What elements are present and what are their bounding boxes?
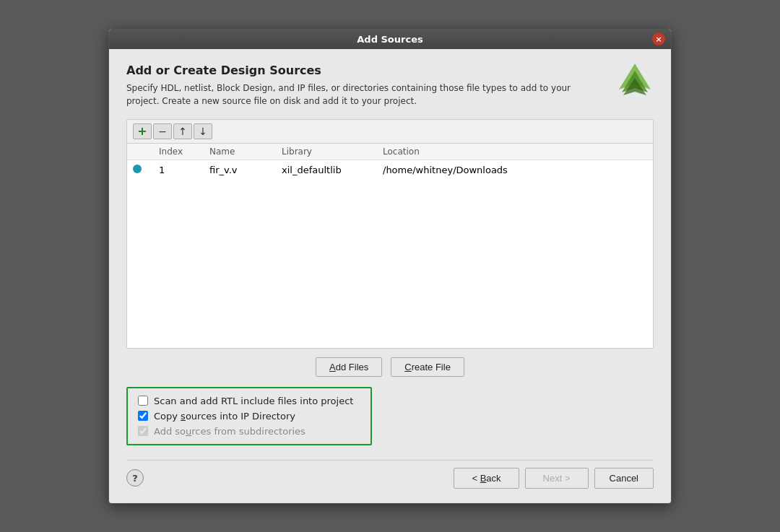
next-button[interactable]: Next > [525, 468, 589, 489]
table-row[interactable]: 1 fir_v.v xil_defaultlib /home/whitney/D… [127, 160, 653, 180]
row-status-dot [133, 165, 159, 175]
col-header-index: Index [159, 147, 209, 157]
col-header-status [133, 147, 159, 157]
remove-file-button[interactable]: − [153, 123, 172, 139]
file-table-container: + − ↑ ↓ Index Name Library Location 1 fi… [126, 119, 654, 349]
section-description: Specify HDL, netlist, Block Design, and … [126, 82, 604, 108]
row-location: /home/whitney/Downloads [383, 165, 647, 175]
cancel-button[interactable]: Cancel [594, 468, 654, 489]
dialog-title: Add Sources [357, 34, 422, 45]
add-files-label: Add Files [329, 362, 368, 372]
back-label: < Back [472, 473, 500, 484]
col-header-name: Name [209, 147, 282, 157]
move-down-button[interactable]: ↓ [194, 123, 212, 139]
next-label: Next > [543, 473, 571, 484]
table-body: 1 fir_v.v xil_defaultlib /home/whitney/D… [127, 160, 653, 348]
table-toolbar: + − ↑ ↓ [127, 120, 653, 144]
help-button[interactable]: ? [126, 469, 144, 487]
row-name: fir_v.v [209, 165, 282, 175]
header-text: Add or Create Design Sources Specify HDL… [126, 64, 604, 108]
vivado-logo [616, 61, 654, 98]
options-box: Scan and add RTL include files into proj… [126, 387, 372, 445]
scan-rtl-row: Scan and add RTL include files into proj… [138, 396, 360, 406]
close-button[interactable]: × [652, 32, 665, 45]
copy-sources-checkbox[interactable] [138, 411, 148, 421]
footer: ? < Back Next > Cancel [126, 460, 654, 492]
move-up-button[interactable]: ↑ [173, 123, 192, 139]
copy-sources-row: Copy sources into IP Directory [138, 411, 360, 422]
title-bar: Add Sources × [109, 30, 671, 49]
create-file-button[interactable]: Create File [391, 357, 464, 377]
add-subdirs-checkbox [138, 426, 148, 436]
dialog-body: Add or Create Design Sources Specify HDL… [109, 49, 671, 503]
row-library: xil_defaultlib [282, 165, 383, 175]
add-file-button[interactable]: + [133, 123, 152, 139]
row-index: 1 [159, 165, 209, 175]
col-header-library: Library [282, 147, 383, 157]
add-files-button[interactable]: Add Files [316, 357, 382, 377]
scan-rtl-checkbox[interactable] [138, 396, 148, 406]
section-title: Add or Create Design Sources [126, 64, 604, 77]
table-header: Index Name Library Location [127, 144, 653, 160]
back-button[interactable]: < Back [454, 468, 519, 489]
nav-buttons: < Back Next > Cancel [454, 468, 654, 489]
action-buttons: Add Files Create File [126, 357, 654, 377]
scan-rtl-label[interactable]: Scan and add RTL include files into proj… [154, 396, 353, 406]
copy-sources-label[interactable]: Copy sources into IP Directory [154, 411, 295, 422]
logo-area [616, 61, 654, 100]
col-header-location: Location [383, 147, 647, 157]
add-subdirs-row: Add sources from subdirectories [138, 426, 360, 437]
add-subdirs-label: Add sources from subdirectories [154, 426, 306, 437]
add-sources-dialog: Add Sources × Add or Create Design Sourc… [108, 29, 672, 504]
header-section: Add or Create Design Sources Specify HDL… [126, 64, 654, 108]
cancel-label: Cancel [610, 473, 638, 484]
create-file-label: Create File [404, 362, 451, 372]
